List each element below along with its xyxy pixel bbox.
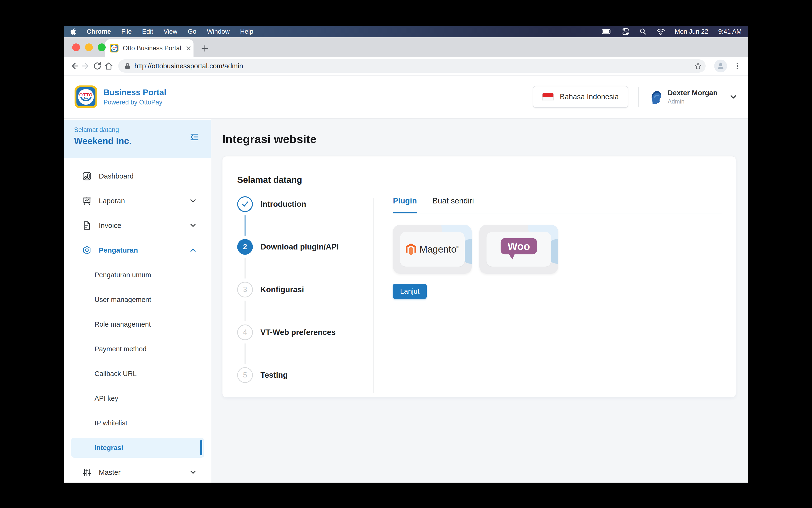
user-name: Dexter Morgan: [668, 89, 718, 97]
menubar-app-name[interactable]: Chrome: [87, 28, 111, 35]
menubar-time[interactable]: 9:41 AM: [718, 28, 742, 35]
sidebar-item-label: Master: [99, 468, 121, 476]
sidebar-subitem-ip-whitelist[interactable]: IP whitelist: [63, 411, 211, 435]
step-label: Konfigurasi: [260, 285, 304, 294]
plugin-panel: Plugin Buat sendiri: [374, 196, 722, 393]
tab-plugin[interactable]: Plugin: [393, 196, 417, 213]
menu-edit[interactable]: Edit: [142, 28, 154, 35]
window-zoom-button[interactable]: [98, 43, 105, 51]
step-download-plugin[interactable]: 2 Download plugin/API: [237, 239, 374, 255]
url-text[interactable]: http://ottobusinessportal.com/admin: [134, 62, 694, 70]
menu-go[interactable]: Go: [188, 28, 196, 35]
subitem-label: User management: [94, 296, 151, 304]
spotlight-search-icon[interactable]: [639, 28, 647, 35]
user-role: Admin: [668, 98, 718, 105]
language-selector[interactable]: Bahasa Indonesia: [533, 86, 628, 108]
chevron-down-icon: [189, 198, 197, 204]
address-bar[interactable]: http://ottobusinessportal.com/admin: [118, 59, 706, 73]
menu-help[interactable]: Help: [240, 28, 253, 35]
step-konfigurasi[interactable]: 3 Konfigurasi: [237, 282, 374, 297]
chevron-down-icon: [189, 470, 197, 475]
menu-view[interactable]: View: [164, 28, 177, 35]
ottopay-logo: OTTO PAY: [75, 85, 97, 108]
svg-text:PAY: PAY: [84, 97, 88, 100]
plugin-card-magento[interactable]: Magento®: [393, 225, 472, 274]
registered-mark: ®: [456, 245, 459, 249]
sidebar-subitem-pengaturan-umum[interactable]: Pengaturan umum: [63, 262, 211, 287]
browser-menu-icon[interactable]: [732, 60, 743, 72]
user-chevron-down-icon[interactable]: [729, 94, 737, 100]
control-center-icon[interactable]: [622, 28, 630, 36]
sidebar-item-pengaturan[interactable]: Pengaturan: [63, 238, 211, 262]
screen: Chrome File Edit View Go Window Help Mon…: [63, 26, 749, 482]
step-connector: [245, 258, 246, 279]
page-title: Integrasi website: [222, 132, 736, 146]
step-connector: [245, 343, 246, 364]
tab-close-icon[interactable]: [185, 45, 191, 51]
forward-icon[interactable]: [80, 60, 92, 72]
step-circle-done: [237, 196, 253, 212]
step-vtweb-preferences[interactable]: 4 VT-Web preferences: [237, 325, 374, 340]
magento-wordmark: Magento®: [420, 244, 459, 255]
sidebar: Selamat datang Weekend Inc. Dashboard: [63, 119, 211, 482]
macos-menubar: Chrome File Edit View Go Window Help Mon…: [63, 26, 749, 37]
apple-icon[interactable]: [70, 28, 76, 35]
window-close-button[interactable]: [72, 43, 80, 51]
subitem-label: Callback URL: [94, 370, 136, 378]
wifi-icon[interactable]: [656, 28, 665, 35]
sidebar-item-label: Dashboard: [99, 172, 134, 180]
main-content: Integrasi website Selamat datang Introdu…: [211, 119, 749, 482]
menu-file[interactable]: File: [121, 28, 132, 35]
back-icon[interactable]: [69, 60, 80, 72]
subitem-label: Payment method: [94, 345, 146, 353]
subitem-label: Pengaturan umum: [94, 271, 151, 279]
sidebar-item-master[interactable]: Master: [63, 460, 211, 482]
step-circle-pending: 3: [237, 282, 253, 297]
step-label: VT-Web preferences: [260, 328, 336, 337]
browser-profile-icon[interactable]: [714, 59, 727, 72]
step-introduction[interactable]: Introduction: [237, 196, 374, 212]
menu-window[interactable]: Window: [207, 28, 229, 35]
svg-text:OTTO: OTTO: [79, 92, 93, 97]
tabs: Plugin Buat sendiri: [393, 196, 722, 213]
sidebar-welcome-panel: Selamat datang Weekend Inc.: [63, 120, 211, 158]
sidebar-subitem-role-management[interactable]: Role management: [63, 312, 211, 337]
reload-icon[interactable]: [92, 60, 103, 72]
window-minimize-button[interactable]: [85, 43, 93, 51]
user-menu[interactable]: Dexter Morgan Admin: [649, 89, 737, 105]
step-circle-current: 2: [237, 239, 253, 255]
home-icon[interactable]: [103, 60, 115, 72]
woocommerce-logo-icon: Woo: [499, 238, 539, 261]
sidebar-item-laporan[interactable]: Laporan: [63, 188, 211, 213]
sidebar-nav: Dashboard Laporan Invoice: [63, 158, 211, 482]
dashboard-icon: [82, 171, 92, 181]
continue-button[interactable]: Lanjut: [393, 284, 427, 299]
step-connector: [245, 215, 246, 236]
sidebar-item-invoice[interactable]: Invoice: [63, 213, 211, 238]
welcome-label: Selamat datang: [74, 126, 201, 134]
sidebar-subitem-user-management[interactable]: User management: [63, 287, 211, 312]
step-testing[interactable]: 5 Testing: [237, 367, 374, 383]
active-indicator-bar: [200, 440, 202, 455]
sliders-icon: [82, 468, 92, 477]
sidebar-subitem-api-key[interactable]: API key: [63, 386, 211, 411]
sidebar-subitem-integrasi[interactable]: Integrasi: [63, 435, 211, 460]
tab-buat-sendiri[interactable]: Buat sendiri: [433, 196, 474, 213]
browser-tab[interactable]: OTTO Otto Business Portal: [105, 39, 194, 57]
sidebar-collapse-icon[interactable]: [189, 131, 200, 142]
check-icon: [241, 201, 249, 208]
magento-logo-icon: [406, 243, 416, 255]
subitem-label: IP whitelist: [94, 419, 127, 427]
menubar-date[interactable]: Mon Jun 22: [675, 28, 708, 35]
bookmark-star-icon[interactable]: [694, 62, 702, 70]
new-tab-button[interactable]: [200, 44, 210, 53]
sidebar-subitem-callback-url[interactable]: Callback URL: [63, 361, 211, 386]
battery-icon[interactable]: [602, 28, 612, 35]
lock-icon[interactable]: [124, 62, 131, 70]
invoice-icon: [82, 221, 92, 230]
app-header: OTTO PAY Business Portal Powered by Otto…: [63, 76, 749, 119]
sidebar-item-dashboard[interactable]: Dashboard: [63, 164, 211, 188]
brand: OTTO PAY Business Portal Powered by Otto…: [75, 85, 166, 108]
plugin-card-woocommerce[interactable]: Woo: [479, 225, 558, 274]
sidebar-subitem-payment-method[interactable]: Payment method: [63, 337, 211, 361]
